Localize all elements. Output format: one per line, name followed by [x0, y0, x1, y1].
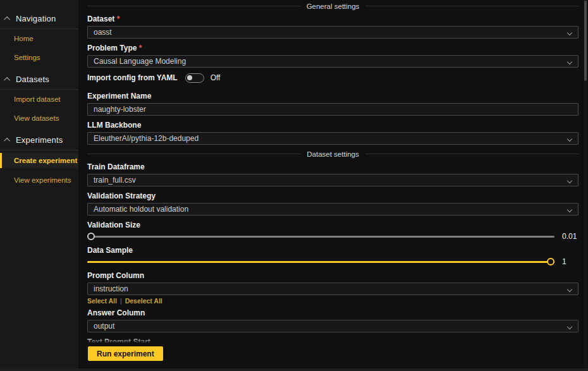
field-llm-backbone: LLM Backbone EleutherAI/pythia-12b-dedup… — [87, 121, 579, 145]
sidebar-item-settings[interactable]: Settings — [0, 48, 78, 67]
problem-type-value: Causal Language Modeling — [94, 57, 186, 66]
chevron-up-icon — [4, 16, 10, 23]
data-sample-value: 1 — [562, 257, 579, 266]
sidebar: Navigation Home Settings Datasets Import… — [0, 0, 78, 371]
field-answer-column: Answer Column output — [87, 308, 579, 332]
window-bottom-edge — [0, 368, 588, 371]
answer-column-label: Answer Column — [87, 308, 579, 317]
slider-knob[interactable] — [547, 258, 554, 265]
import-yaml-state: Off — [211, 73, 221, 82]
field-problem-type: Problem Type * Causal Language Modeling — [87, 44, 579, 68]
field-experiment-name: Experiment Name — [87, 92, 579, 116]
chevron-up-icon — [4, 77, 10, 83]
main-panel: General settings Dataset * oasst Problem… — [79, 0, 583, 371]
section-label: Experiments — [16, 135, 63, 145]
section-separator-general: General settings — [87, 2, 579, 10]
chevron-down-icon — [567, 207, 572, 212]
sidebar-item-view-experiments[interactable]: View experiments — [0, 171, 78, 190]
validation-strategy-dropdown[interactable]: Automatic holdout validation — [87, 203, 579, 216]
dataset-dropdown[interactable]: oasst — [87, 26, 579, 39]
llm-backbone-value: EleutherAI/pythia-12b-deduped — [94, 134, 199, 143]
prompt-column-links: Select All | Deselect All — [87, 297, 579, 305]
chevron-up-icon — [4, 138, 10, 144]
scrollbar-track[interactable] — [584, 0, 587, 371]
train-dataframe-dropdown[interactable]: train_full.csv — [87, 174, 579, 186]
required-asterisk: * — [117, 15, 120, 23]
field-dataset: Dataset * oasst — [87, 15, 579, 39]
validation-size-value: 0.01 — [562, 232, 579, 241]
select-all-link[interactable]: Select All — [87, 297, 117, 305]
prompt-column-value: instruction — [94, 284, 128, 293]
divider — [87, 6, 300, 6]
section-heading: General settings — [307, 3, 360, 10]
field-prompt-column: Prompt Column instruction Select All | D… — [87, 271, 579, 305]
required-asterisk: * — [139, 44, 142, 52]
label-text: Problem Type — [87, 44, 137, 52]
settings-form: General settings Dataset * oasst Problem… — [79, 0, 583, 343]
slider-track[interactable] — [87, 236, 554, 238]
train-dataframe-label: Train Dataframe — [87, 162, 579, 171]
divider — [87, 154, 300, 154]
slider-track[interactable] — [87, 261, 554, 263]
validation-strategy-label: Validation Strategy — [87, 192, 579, 200]
data-sample-slider[interactable] — [87, 257, 554, 266]
experiment-name-input[interactable] — [94, 105, 572, 114]
validation-size-label: Validation Size — [87, 221, 579, 229]
answer-column-dropdown[interactable]: output — [87, 320, 579, 332]
field-train-dataframe: Train Dataframe train_full.csv — [87, 162, 579, 186]
chevron-down-icon — [567, 287, 572, 292]
deselect-all-link[interactable]: Deselect All — [125, 297, 162, 305]
llm-backbone-label: LLM Backbone — [87, 121, 579, 130]
sidebar-item-create-experiment[interactable]: Create experiment — [0, 153, 78, 168]
validation-strategy-value: Automatic holdout validation — [94, 205, 188, 214]
field-validation-strategy: Validation Strategy Automatic holdout va… — [87, 192, 579, 216]
data-sample-label: Data Sample — [87, 246, 579, 255]
sidebar-item-home[interactable]: Home — [0, 29, 78, 48]
llm-backbone-dropdown[interactable]: EleutherAI/pythia-12b-deduped — [87, 132, 579, 145]
import-yaml-toggle[interactable] — [185, 73, 204, 83]
experiment-name-box — [87, 103, 579, 116]
chevron-down-icon — [567, 30, 572, 35]
validation-size-slider[interactable] — [87, 232, 554, 241]
link-divider: | — [120, 297, 122, 305]
validation-size-row: 0.01 — [87, 232, 579, 241]
chevron-down-icon — [567, 324, 572, 329]
chevron-down-icon — [567, 59, 572, 64]
data-sample-row: 1 — [87, 257, 579, 266]
text-prompt-start-label: Text Prompt Start — [87, 338, 579, 343]
section-label: Navigation — [16, 14, 56, 23]
field-data-sample: Data Sample 1 — [87, 246, 579, 266]
field-text-prompt-start: Text Prompt Start — [87, 338, 579, 343]
train-dataframe-value: train_full.csv — [94, 176, 136, 185]
field-import-yaml: Import config from YAML Off — [87, 73, 579, 83]
sidebar-section-navigation[interactable]: Navigation — [0, 14, 78, 23]
experiment-name-label: Experiment Name — [87, 92, 579, 100]
divider — [0, 150, 78, 150]
dataset-value: oasst — [94, 28, 112, 37]
sidebar-item-import-dataset[interactable]: Import dataset — [0, 90, 78, 109]
problem-type-dropdown[interactable]: Causal Language Modeling — [87, 55, 579, 68]
problem-type-label: Problem Type * — [87, 44, 579, 52]
divider — [365, 6, 579, 6]
chevron-down-icon — [567, 178, 572, 183]
run-experiment-button[interactable]: Run experiment — [88, 346, 163, 361]
form-footer: Run experiment — [79, 343, 583, 371]
answer-column-value: output — [94, 322, 114, 331]
prompt-column-dropdown[interactable]: instruction — [87, 283, 579, 295]
section-label: Datasets — [16, 75, 49, 84]
slider-knob[interactable] — [87, 233, 95, 240]
toggle-knob — [187, 75, 192, 80]
sidebar-section-experiments[interactable]: Experiments — [0, 135, 78, 145]
scrollbar-thumb[interactable] — [584, 1, 587, 81]
label-text: Dataset — [87, 15, 114, 23]
app-window: Navigation Home Settings Datasets Import… — [0, 0, 588, 371]
field-validation-size: Validation Size 0.01 — [87, 221, 579, 241]
prompt-column-label: Prompt Column — [87, 271, 579, 280]
sidebar-section-datasets[interactable]: Datasets — [0, 75, 78, 84]
sidebar-item-view-datasets[interactable]: View datasets — [0, 109, 78, 128]
divider — [365, 154, 579, 154]
section-heading: Dataset settings — [307, 150, 358, 158]
dataset-label: Dataset * — [87, 15, 579, 23]
section-separator-dataset: Dataset settings — [87, 150, 579, 158]
import-yaml-label: Import config from YAML — [87, 73, 178, 82]
